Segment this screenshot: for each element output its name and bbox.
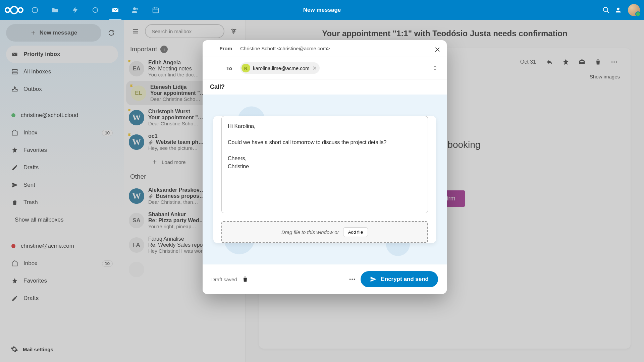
mail-app-icon[interactable] bbox=[106, 0, 125, 20]
from-row: From Christine Schott <christine@acme.co… bbox=[203, 40, 447, 57]
contacts-menu-icon[interactable] bbox=[615, 6, 623, 14]
talk-app-icon[interactable] bbox=[86, 0, 105, 20]
svg-point-3 bbox=[32, 7, 38, 13]
add-file-button[interactable]: Add file bbox=[343, 227, 368, 237]
recipient-email: karolina.ilme@acme.com bbox=[253, 65, 310, 71]
from-label: From bbox=[212, 46, 232, 51]
svg-point-8 bbox=[603, 7, 608, 12]
svg-point-25 bbox=[352, 279, 353, 280]
to-row[interactable]: To K karolina.ilme@acme.com bbox=[203, 57, 447, 79]
editor-paper: Hi Karolina, Could we have a short call … bbox=[213, 116, 436, 243]
subject-input[interactable]: Call? bbox=[203, 79, 447, 95]
compose-area: Hi Karolina, Could we have a short call … bbox=[203, 95, 447, 264]
nextcloud-logo[interactable] bbox=[4, 0, 24, 20]
app-body: New message Priority inbox All inboxes O… bbox=[0, 20, 644, 362]
app-switcher bbox=[25, 0, 165, 20]
send-label: Encrypt and send bbox=[381, 276, 429, 283]
drop-hint: Drag file to this window or bbox=[281, 229, 339, 235]
recipient-chip[interactable]: K karolina.ilme@acme.com bbox=[240, 62, 320, 74]
svg-rect-7 bbox=[153, 8, 159, 13]
send-button[interactable]: Encrypt and send bbox=[361, 271, 438, 287]
remove-recipient-icon[interactable] bbox=[312, 66, 317, 70]
svg-point-2 bbox=[18, 8, 23, 12]
recipient-avatar: K bbox=[241, 64, 250, 72]
contacts-app-icon[interactable] bbox=[126, 0, 145, 20]
dashboard-app-icon[interactable] bbox=[25, 0, 44, 20]
svg-point-26 bbox=[354, 279, 355, 280]
svg-point-9 bbox=[617, 8, 620, 10]
search-icon[interactable] bbox=[602, 6, 610, 14]
message-body-editor[interactable]: Hi Karolina, Could we have a short call … bbox=[221, 116, 428, 213]
to-label: To bbox=[212, 65, 232, 71]
compose-modal: From Christine Schott <christine@acme.co… bbox=[203, 40, 447, 294]
from-value[interactable]: Christine Schott <christine@acme.com> bbox=[240, 46, 330, 51]
top-bar: New message bbox=[0, 0, 644, 20]
close-button[interactable] bbox=[434, 46, 441, 53]
calendar-app-icon[interactable] bbox=[146, 0, 165, 20]
attachment-dropzone[interactable]: Drag file to this window or Add file bbox=[221, 221, 428, 243]
activity-app-icon[interactable] bbox=[66, 0, 85, 20]
send-icon bbox=[370, 276, 377, 283]
user-avatar[interactable] bbox=[628, 4, 640, 16]
draft-status: Draft saved bbox=[211, 277, 237, 282]
svg-point-1 bbox=[5, 8, 10, 12]
svg-point-5 bbox=[133, 7, 136, 10]
expand-recipients-button[interactable] bbox=[433, 65, 437, 71]
compose-footer: Draft saved Encrypt and send bbox=[203, 264, 447, 294]
svg-point-6 bbox=[136, 8, 138, 10]
svg-point-4 bbox=[93, 8, 98, 13]
files-app-icon[interactable] bbox=[46, 0, 64, 20]
discard-draft-button[interactable] bbox=[242, 276, 249, 283]
svg-point-0 bbox=[10, 6, 17, 13]
svg-point-24 bbox=[350, 279, 351, 280]
more-options-button[interactable] bbox=[348, 276, 356, 283]
